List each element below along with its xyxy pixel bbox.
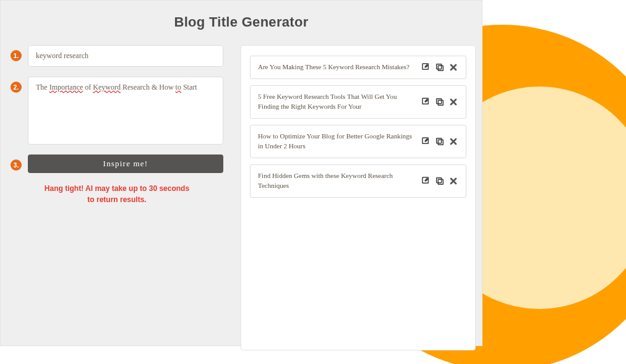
page-title: Blog Title Generator (1, 14, 482, 30)
edit-icon[interactable] (421, 176, 431, 186)
step-badge-1: 1. (11, 50, 22, 61)
input-column: 1. 2. The Importance of Keyword Research… (7, 45, 223, 338)
keyword-input-wrap[interactable] (28, 45, 223, 67)
wait-line: to return results. (33, 194, 201, 205)
copy-icon[interactable] (435, 176, 445, 186)
close-icon[interactable] (448, 97, 458, 107)
step-badge-2: 2. (11, 82, 22, 93)
copy-icon[interactable] (435, 137, 445, 146)
close-icon[interactable] (448, 62, 458, 72)
inspire-button[interactable]: Inspire me! (28, 154, 223, 173)
svg-rect-8 (437, 138, 442, 143)
result-row: Find Hidden Gems with these Keyword Rese… (250, 164, 466, 198)
wait-message: Hang tight! AI may take up to 30 seconds… (11, 183, 223, 205)
close-icon[interactable] (448, 137, 458, 146)
results-column: Are You Making These 5 Keyword Research … (241, 45, 476, 350)
svg-rect-1 (438, 66, 443, 70)
result-row: How to Optimize Your Blog for Better Goo… (250, 125, 466, 158)
draft-text-fragment: Start (181, 83, 197, 91)
svg-rect-4 (438, 100, 443, 105)
spellcheck-word: to (176, 83, 181, 91)
draft-text-fragment: The (36, 83, 49, 91)
result-text: 5 Free Keyword Research Tools That Will … (258, 92, 415, 112)
spellcheck-word: Keyword (93, 83, 121, 91)
draft-text-fragment: of (83, 83, 93, 91)
app-panel: Blog Title Generator 1. 2. The Importanc… (0, 0, 482, 346)
svg-rect-2 (437, 64, 442, 69)
result-row: Are You Making These 5 Keyword Research … (250, 56, 466, 79)
svg-rect-10 (438, 179, 443, 184)
result-row: 5 Free Keyword Research Tools That Will … (250, 85, 466, 119)
svg-rect-11 (437, 177, 442, 182)
edit-icon[interactable] (421, 62, 431, 72)
close-icon[interactable] (448, 176, 458, 186)
svg-rect-5 (437, 99, 442, 104)
copy-icon[interactable] (435, 62, 445, 72)
keyword-input[interactable] (36, 51, 215, 61)
edit-icon[interactable] (421, 137, 431, 146)
result-text: How to Optimize Your Blog for Better Goo… (258, 132, 415, 151)
step-badge-3: 3. (11, 159, 22, 171)
edit-icon[interactable] (421, 97, 431, 107)
draft-text-fragment: Research & How (121, 83, 176, 91)
wait-line: Hang tight! AI may take up to 30 seconds (33, 183, 201, 194)
draft-title-input[interactable]: The Importance of Keyword Research & How… (28, 77, 223, 145)
copy-icon[interactable] (435, 97, 445, 107)
spellcheck-word: Importance (49, 83, 84, 91)
result-text: Are You Making These 5 Keyword Research … (258, 62, 415, 72)
result-text: Find Hidden Gems with these Keyword Rese… (258, 171, 415, 191)
svg-rect-7 (438, 140, 443, 145)
